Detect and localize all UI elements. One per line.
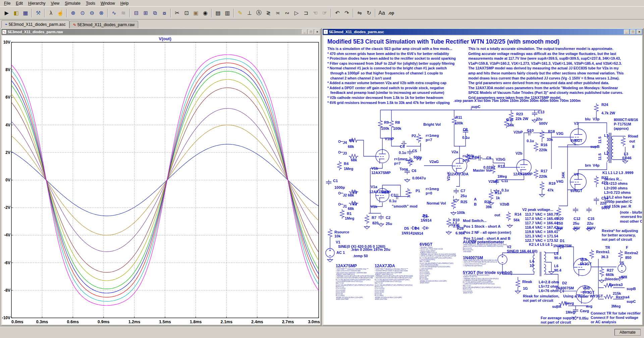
zoom-full-extents-icon[interactable]: ⊙ bbox=[78, 9, 87, 17]
schematic-canvas[interactable]: Modified 5E3 Circuit Simulation with Tub… bbox=[323, 36, 642, 325]
ground-icon[interactable]: ⊥ bbox=[245, 9, 254, 17]
save-icon[interactable]: ▦ bbox=[21, 9, 30, 17]
cascade-icon[interactable]: ⧉ bbox=[151, 9, 159, 17]
sch-label-10: 10 bbox=[530, 264, 534, 268]
close-button[interactable]: × bbox=[637, 30, 642, 34]
sch-label-25u: 25u bbox=[386, 222, 392, 226]
tab-5E3mod_X11_diodes_parm.raw[interactable]: ∿5E3mod_X11_diodes_parm.raw bbox=[69, 21, 139, 28]
sch-label-mod-switch-: Mod Switch... bbox=[463, 219, 486, 223]
sch-label-r23: R23 bbox=[516, 112, 523, 116]
capacitor-icon[interactable]: ≍ bbox=[273, 9, 282, 17]
sch-label-22u: 22u bbox=[536, 117, 542, 121]
menu-tools[interactable]: Tools bbox=[83, 0, 98, 6]
rotate-icon[interactable]: ↻ bbox=[365, 9, 373, 17]
menu-edit[interactable]: Edit bbox=[13, 0, 25, 6]
x-tick: 0.6ms bbox=[67, 320, 78, 324]
waveform-window-titlebar[interactable]: ∿ 5E3mod_X11_diodes_parm.raw _ □ × bbox=[1, 29, 321, 35]
sch-label-12ax7smp: 12AX7SMP bbox=[371, 171, 390, 175]
menu-hierarchy[interactable]: Hierarchy bbox=[25, 0, 48, 6]
inductor-icon[interactable]: ∾ bbox=[283, 9, 291, 17]
x-tick: 0.0ms bbox=[11, 320, 23, 324]
efficiency-icon[interactable]: ≋ bbox=[119, 9, 128, 17]
redo-icon[interactable]: ↷ bbox=[342, 9, 351, 17]
diode-icon[interactable]: ▷ bbox=[292, 9, 301, 17]
sch-label-master-vol: Master Vol bbox=[473, 168, 491, 172]
sch-label-500v: 500V bbox=[587, 226, 596, 230]
sch-label-rextra3: Rextra3 bbox=[609, 283, 623, 287]
resistor-icon[interactable]: ≷ bbox=[264, 9, 273, 17]
waveform-icon[interactable]: ∿ bbox=[110, 9, 118, 17]
tab-5E3mod_X11_diodes_parm.asc[interactable]: ⌁5E3mod_X11_diodes_parm.asc bbox=[1, 20, 69, 28]
x-tick: 2.4ms bbox=[251, 320, 263, 324]
new-schematic-icon[interactable]: ▶ bbox=[2, 9, 11, 17]
minimize-button[interactable]: _ bbox=[624, 30, 629, 34]
maximize-button[interactable]: □ bbox=[630, 30, 636, 34]
sch-label-12ax7smp: 12AX7SMP bbox=[513, 172, 532, 176]
sch-label-500v: 500V bbox=[601, 206, 610, 210]
sch-label-l1-l2-also-have: L1/L2 also have bbox=[604, 195, 632, 199]
schematic-window-titlebar[interactable]: ⌁ 5E3mod_X11_diodes_parm.asc _ □ × bbox=[323, 29, 643, 35]
sch-label-k1-l1-l2-l3-9999: K1 L1 L2 L3 .9999 bbox=[602, 171, 633, 175]
mirror-icon[interactable]: ⇋ bbox=[355, 9, 364, 17]
sch-label-r6: R6 bbox=[349, 138, 354, 143]
move-hand-icon[interactable]: ☜ bbox=[311, 9, 320, 17]
paste-icon[interactable]: ▣ bbox=[192, 9, 200, 17]
zoom-back-icon[interactable]: ⊗ bbox=[97, 9, 106, 17]
drag-hand-icon[interactable]: ☞ bbox=[320, 9, 329, 17]
waveform-window[interactable]: ∿ 5E3mod_X11_diodes_parm.raw _ □ × 10V8V… bbox=[1, 28, 321, 326]
status-alternate: Alternate bbox=[614, 329, 641, 336]
tile-horizontal-icon[interactable]: ⊟ bbox=[132, 9, 141, 17]
label-net-icon[interactable]: Ⓐ bbox=[255, 9, 263, 17]
menu-help[interactable]: Help bbox=[118, 0, 131, 6]
print-icon[interactable]: ▤ bbox=[214, 9, 222, 17]
menu-simulate[interactable]: Simulate bbox=[62, 0, 83, 6]
sch-label-117-7-vac-166-44: 117.7 VAC = 166.44 bbox=[525, 221, 558, 225]
print-setup-icon[interactable]: ▥ bbox=[223, 9, 232, 17]
halt-hand-icon[interactable]: ☝ bbox=[56, 9, 65, 17]
waveform-plot-area[interactable]: 10V8V6V4V2V0V-2V-4V-6V-8V-10V0.0ms0.3ms0… bbox=[2, 36, 320, 325]
toolbar-separator bbox=[331, 9, 331, 17]
sch-label-d3: D3 bbox=[423, 214, 427, 218]
component-icon[interactable]: ⊐ bbox=[302, 9, 310, 17]
sch-label-c15: C15 bbox=[588, 217, 594, 221]
open-icon[interactable]: ◧ bbox=[12, 9, 20, 17]
menu-view[interactable]: View bbox=[48, 0, 62, 6]
sch-label-p4h: P4H bbox=[472, 155, 479, 159]
tile-vertical-icon[interactable]: ⊞ bbox=[141, 9, 150, 17]
wire-pencil-icon[interactable]: ✎ bbox=[236, 9, 245, 17]
schematic-window[interactable]: ⌁ 5E3mod_X11_diodes_parm.asc _ □ × Modif… bbox=[322, 28, 643, 326]
cascade-top-icon[interactable]: ⧇ bbox=[160, 9, 169, 17]
sch-label-c12: C12 bbox=[574, 217, 580, 221]
mdi-workspace: ∿ 5E3mod_X11_diodes_parm.raw _ □ × 10V8V… bbox=[0, 28, 644, 327]
spice-model-text: * 12AX7SMP *** measured JJ ECC83S (V2a) … bbox=[336, 268, 374, 300]
maximize-button[interactable]: □ bbox=[308, 30, 314, 34]
spice-directive-icon[interactable]: .op bbox=[387, 9, 395, 17]
find-icon[interactable]: ◉ bbox=[201, 9, 210, 17]
sch-label-a: A bbox=[474, 197, 477, 201]
sch-label-68k: 68k bbox=[348, 207, 354, 211]
sch-label-l4-2-8-ohm: L4=2.8 ohm bbox=[539, 280, 559, 284]
sch-label-1n914: 1N914 bbox=[412, 231, 423, 235]
run-icon[interactable]: λ bbox=[47, 9, 55, 17]
copy-icon[interactable]: ⊡ bbox=[182, 9, 191, 17]
sch-label-v3g: V3G bbox=[556, 131, 564, 135]
menu-file[interactable]: File bbox=[1, 0, 13, 6]
sch-label-for-better-accuracy-: for better accuracy, bbox=[602, 233, 636, 237]
cut-icon[interactable]: ✂ bbox=[173, 9, 181, 17]
schematic-tab-icon: ⌁ bbox=[5, 22, 7, 26]
minimize-button[interactable]: _ bbox=[302, 30, 307, 34]
control-panel-hammer-icon[interactable]: ⚒ bbox=[34, 9, 43, 17]
menu-window[interactable]: Window bbox=[98, 0, 118, 6]
sch-label-118-4-vac-167-43: 118.4 VAC = 167.43 bbox=[525, 225, 558, 229]
text-icon[interactable]: Aa bbox=[377, 9, 386, 17]
sch-label-v1: V1 bbox=[336, 240, 340, 244]
sch-label-v4g: V4G bbox=[556, 179, 564, 183]
sch-label-cavg: Cavg bbox=[580, 309, 589, 313]
undo-icon[interactable]: ↶ bbox=[333, 9, 342, 17]
zoom-in-icon[interactable]: ⊕ bbox=[69, 9, 77, 17]
zoom-out-icon[interactable]: ⊖ bbox=[88, 9, 96, 17]
sch-label-d4: D4 bbox=[415, 226, 419, 230]
sch-label-0-1u: 0.1u bbox=[389, 199, 396, 203]
sch-label-r16: R16 bbox=[541, 143, 547, 147]
close-button[interactable]: × bbox=[315, 30, 320, 34]
